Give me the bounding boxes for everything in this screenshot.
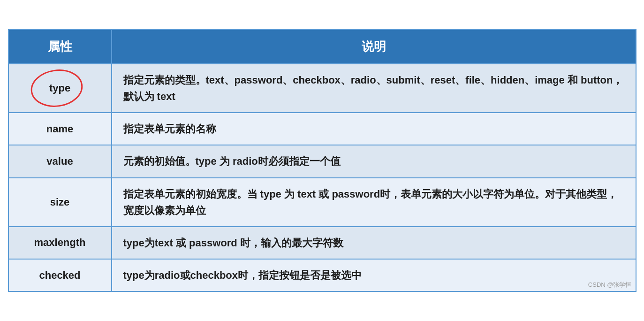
attr-cell: size	[8, 178, 112, 227]
table-row: value元素的初始值。type 为 radio时必须指定一个值	[8, 145, 636, 177]
type-cell-wrapper: type	[42, 77, 78, 99]
attr-label: type	[49, 82, 70, 94]
table-row: type指定元素的类型。text、password、checkbox、radio…	[8, 64, 636, 113]
watermark: CSDN @张学恒	[588, 281, 632, 289]
attr-cell: checked	[8, 259, 112, 291]
desc-cell: 指定表单元素的名称	[112, 113, 636, 145]
desc-cell: 元素的初始值。type 为 radio时必须指定一个值	[112, 145, 636, 177]
table-header-row: 属性 说明	[8, 30, 636, 64]
table-row: checkedtype为radio或checkbox时，指定按钮是否是被选中	[8, 259, 636, 291]
attr-cell: value	[8, 145, 112, 177]
desc-cell: type为text 或 password 时，输入的最大字符数	[112, 227, 636, 259]
desc-cell: 指定表单元素的初始宽度。当 type 为 text 或 password时，表单…	[112, 178, 636, 227]
table-row: name指定表单元素的名称	[8, 113, 636, 145]
attr-cell: type	[8, 64, 112, 113]
attr-column-header: 属性	[8, 30, 112, 64]
attr-cell: maxlength	[8, 227, 112, 259]
table-container: 属性 说明 type指定元素的类型。text、password、checkbox…	[8, 29, 636, 292]
desc-column-header: 说明	[112, 30, 636, 64]
attr-cell: name	[8, 113, 112, 145]
table-row: maxlengthtype为text 或 password 时，输入的最大字符数	[8, 227, 636, 259]
desc-cell: type为radio或checkbox时，指定按钮是否是被选中	[112, 259, 636, 291]
attributes-table: 属性 说明 type指定元素的类型。text、password、checkbox…	[8, 29, 636, 292]
desc-cell: 指定元素的类型。text、password、checkbox、radio、sub…	[112, 64, 636, 113]
table-row: size指定表单元素的初始宽度。当 type 为 text 或 password…	[8, 178, 636, 227]
